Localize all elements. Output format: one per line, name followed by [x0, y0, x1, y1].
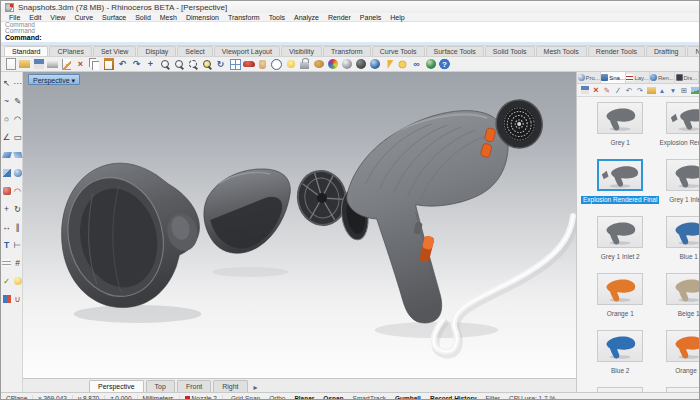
snapshot-item[interactable]: Explosion Rendered Final	[581, 159, 659, 216]
snapshot-thumbnail[interactable]	[597, 387, 643, 392]
power-cable[interactable]	[434, 216, 575, 354]
menu-item[interactable]: Solid	[131, 14, 155, 21]
import-icon[interactable]	[646, 85, 656, 96]
dimension-icon[interactable]: ⊢	[12, 236, 23, 254]
snapshot-thumbnail[interactable]	[666, 159, 699, 191]
tab-rendering[interactable]: Ren...	[650, 72, 674, 83]
status-toggle[interactable]: SmartTrack	[353, 395, 386, 400]
open-file-icon[interactable]	[18, 57, 31, 71]
status-toggle[interactable]: Osnap	[323, 395, 343, 400]
grid-icon[interactable]: #	[12, 254, 23, 272]
raytraced-mode-icon[interactable]	[368, 57, 381, 71]
mirror-icon[interactable]: ∥	[12, 218, 23, 236]
thumbnail-view-icon[interactable]	[690, 85, 700, 96]
curve-icon[interactable]: ~	[1, 92, 12, 110]
cplane-label[interactable]: CPlane	[1, 395, 33, 400]
history-clock-icon[interactable]	[270, 57, 283, 71]
copy-icon[interactable]	[88, 57, 101, 71]
menu-item[interactable]: File	[5, 14, 24, 21]
update-snapshot-icon[interactable]: ∕	[613, 85, 623, 96]
snapshot-item[interactable]: Orange 2	[659, 330, 699, 387]
layers-stack-icon[interactable]	[1, 254, 12, 272]
fillet-icon[interactable]: ◠	[12, 182, 23, 200]
boolean-union-icon[interactable]	[1, 182, 12, 200]
tab-display[interactable]: Dis...	[675, 72, 699, 83]
pan-icon[interactable]: +	[144, 57, 157, 71]
rectangle-icon[interactable]: ▭	[12, 128, 23, 146]
rotate-icon[interactable]: ↻	[12, 200, 23, 218]
help-icon[interactable]: ?	[438, 57, 451, 71]
car-icon[interactable]	[242, 57, 255, 71]
menu-item[interactable]: Render	[324, 14, 355, 21]
lock-icon[interactable]	[298, 57, 311, 71]
toolbar-tab[interactable]: Select	[177, 46, 212, 56]
circle-icon[interactable]: ○	[1, 110, 12, 128]
move-icon[interactable]: +	[1, 200, 12, 218]
status-toggle[interactable]: Ortho	[269, 395, 285, 400]
toolbar-tab[interactable]: Render Tools	[588, 46, 645, 56]
magnet-icon[interactable]: ∪	[12, 290, 23, 308]
zoom-dynamic-icon[interactable]	[158, 57, 171, 71]
lamp-icon[interactable]	[12, 272, 23, 290]
snapshot-item[interactable]: Orange 1	[581, 273, 659, 330]
snapshot-thumbnail[interactable]	[597, 159, 643, 191]
toolbar-tab[interactable]: Curve Tools	[372, 46, 425, 56]
3d-scene[interactable]	[23, 72, 576, 378]
snapshot-item[interactable]	[659, 387, 699, 392]
viewport-layout-icon[interactable]	[228, 57, 241, 71]
rear-housing-part[interactable]	[56, 163, 202, 307]
light-icon[interactable]	[284, 57, 297, 71]
paste-icon[interactable]	[102, 57, 115, 71]
undo-icon[interactable]: ↶	[116, 57, 129, 71]
menu-item[interactable]: Dimension	[182, 14, 223, 21]
menu-item[interactable]: Analyze	[290, 14, 323, 21]
viewport-tab-menu-icon[interactable]: ▸	[250, 383, 262, 392]
toolbar-tab[interactable]: Visibility	[281, 46, 322, 56]
menu-item[interactable]: Edit	[25, 14, 45, 21]
menu-item[interactable]: Panels	[356, 14, 385, 21]
toolbar-tab[interactable]: Solid Tools	[485, 46, 535, 56]
toolbar-tab[interactable]: Set View	[93, 46, 137, 56]
snapshot-item[interactable]: Grey 1 Inlet 2	[581, 216, 659, 273]
toolbar-tab[interactable]: Standard	[4, 46, 48, 56]
snapshot-thumbnail[interactable]	[597, 273, 643, 305]
pencil-icon[interactable]: ✎	[12, 92, 23, 110]
current-layer[interactable]: Nozzle 2	[180, 395, 223, 400]
rotate-view-icon[interactable]: ↻	[214, 57, 227, 71]
menu-item[interactable]: Help	[386, 14, 408, 21]
snapshot-thumbnail[interactable]	[666, 216, 699, 248]
delete-icon[interactable]: ×	[74, 57, 87, 71]
move-down-icon[interactable]: ▼	[668, 85, 678, 96]
menu-item[interactable]: Mesh	[156, 14, 181, 21]
rendered-mode-icon[interactable]	[354, 57, 367, 71]
status-toggle[interactable]: Filter	[486, 395, 500, 400]
snapshot-thumbnail[interactable]	[666, 102, 699, 134]
toolbar-tab[interactable]: Surface Tools	[426, 46, 484, 56]
status-toggle[interactable]: Gumball	[395, 395, 421, 400]
status-toggle[interactable]: CPU use: 1.7 %	[509, 395, 555, 400]
command-prompt[interactable]: Command:	[1, 34, 699, 42]
snapshot-item[interactable]	[581, 387, 659, 392]
status-toggle[interactable]: Record History	[430, 395, 477, 400]
viewport-title-chip[interactable]: Perspective ▾	[28, 74, 80, 85]
save-icon[interactable]	[32, 57, 45, 71]
link-icon[interactable]: ∞	[410, 57, 423, 71]
scale-icon[interactable]: ↔	[1, 218, 12, 236]
snapshot-item[interactable]: Grey 1	[581, 102, 659, 159]
polyline-icon[interactable]: ∠	[1, 128, 12, 146]
color-wheel-icon[interactable]	[326, 57, 339, 71]
paint-icon[interactable]	[1, 290, 12, 308]
print-icon[interactable]	[46, 57, 59, 71]
pan-hand-icon[interactable]	[256, 57, 269, 71]
toolbar-tab[interactable]: Drafting	[646, 46, 687, 56]
box-icon[interactable]	[1, 164, 12, 182]
toolbar-tab[interactable]: New in V6	[687, 46, 700, 56]
sphere-icon[interactable]	[12, 164, 23, 182]
viewport-tab[interactable]: Right	[213, 380, 247, 392]
zoom-out-icon[interactable]	[172, 57, 185, 71]
surface-icon[interactable]	[1, 146, 12, 164]
viewport-tab[interactable]: Top	[146, 380, 175, 392]
snapshot-thumbnail[interactable]	[597, 216, 643, 248]
units-label[interactable]: Millimeters	[138, 395, 180, 400]
shaded-mode-icon[interactable]	[340, 57, 353, 71]
